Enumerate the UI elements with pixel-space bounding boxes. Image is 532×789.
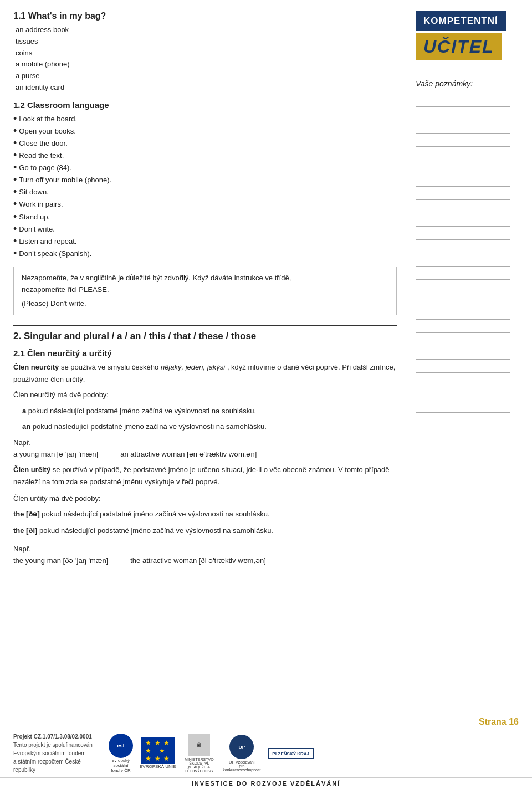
example2-right: the attractive woman [ði ə'træktiv wʊm,ə… [130, 556, 266, 565]
eu-label: EVROPSKÁ UNIE [140, 764, 176, 769]
classroom-item-3: • Close the door. [13, 137, 397, 150]
bag-item-2: tissues [16, 36, 397, 48]
classroom-item-12: • Don't speak (Spanish). [13, 248, 397, 260]
bag-item-4: a mobile (phone) [16, 59, 397, 70]
bullet-dot: • [13, 150, 17, 162]
classroom-item-9: • Stand up. [13, 211, 397, 223]
note-line [416, 281, 510, 293]
logo-kompetentni-box: KOMPETENTNÍ [416, 11, 506, 31]
note-line [416, 214, 510, 227]
note-line [416, 254, 510, 267]
eu-stars: ★ ★ ★★ ★★ ★ ★ [141, 737, 175, 764]
note-line [416, 135, 510, 147]
napr1: Např. [13, 438, 397, 447]
note-line [416, 108, 510, 120]
bullet-dot: • [13, 186, 17, 198]
classroom-item-4: • Read the text. [13, 150, 397, 162]
note-box: Nezapomeňte, že v angličtině je důležité… [13, 267, 397, 315]
bullet-dot: • [13, 162, 17, 174]
classroom-item-5: • Go to page (84). [13, 162, 397, 174]
classroom-section: 1.2 Classroom language • Look at the boa… [13, 100, 397, 260]
plzensky-kraj-logo: PLZEŇSKÝ KRAJ [268, 748, 314, 759]
msmt-logo: 🏛 MINISTERSTVO ŠKOLSTVÍ,MLÁDEŽE A TĚLOVÝ… [182, 734, 216, 773]
classroom-items: • Look at the board. • Open your books. … [13, 113, 397, 260]
example1-right: an attractive woman [ən ə'træktiv wʊm,ən… [120, 450, 257, 458]
bag-item-3: coins [16, 48, 397, 59]
urcity-text1: Člen určitý se používá v případě, že pod… [13, 464, 397, 488]
bullet-dot: • [13, 223, 17, 235]
left-column: 1.1 What's in my bag? an address book ti… [0, 0, 410, 713]
logo-ucitel-box: UČITEL [416, 33, 502, 60]
main-content: 1.1 What's in my bag? an address book ti… [0, 0, 532, 713]
note-line [416, 188, 510, 200]
bag-item-1: an address book [16, 24, 397, 36]
example-row-2: the young man [ðə 'jaŋ 'mæn] the attract… [13, 556, 397, 565]
classroom-item-10: • Don't write. [13, 223, 397, 235]
bag-item-6: an identity card [16, 82, 397, 94]
esf-inner: esf [117, 743, 124, 749]
note-line [416, 201, 510, 213]
note-line [416, 401, 510, 413]
form-a: a pokud následující podstatné jméno začí… [22, 405, 397, 417]
note-line [416, 308, 510, 320]
logo-kompetentni: KOMPETENTNÍ [423, 16, 498, 26]
classroom-item-2: • Open your books. [13, 125, 397, 137]
esf-circle: esf [109, 734, 133, 758]
note-line [416, 374, 510, 386]
classroom-item-6: • Turn off your mobile (phone). [13, 174, 397, 186]
example1-left: a young man [ə 'jaŋ 'mæn] [13, 450, 98, 458]
notes-lines [416, 95, 510, 414]
note-line [416, 148, 510, 160]
note-line-2: nezapomeňte říci PLEASE. [22, 284, 388, 296]
bag-items-list: an address book tissues coins a mobile (… [16, 24, 397, 94]
bag-item-5: a purse [16, 70, 397, 82]
bullet-dot: • [13, 137, 17, 150]
note-line [416, 241, 510, 253]
esf-text: evropskýsociálnífond v ČR [111, 758, 131, 773]
footer-bottom: Projekt CZ.1.07/1.3.08/02.0001 Tento pro… [0, 729, 532, 789]
subsection-title: 2.1 Člen neurčitý a určitý [13, 349, 397, 358]
urcity-forms-label: Člen určitý má dvě podoby: [13, 493, 397, 505]
footer-main-row: Projekt CZ.1.07/1.3.08/02.0001 Tento pro… [0, 729, 532, 777]
op-label: OP Vzdělávánípro konkurenceschopnost [222, 760, 261, 772]
bullet-dot: • [13, 174, 17, 186]
classroom-item-1: • Look at the board. [13, 113, 397, 125]
right-column: KOMPETENTNÍ UČITEL Vaše poznámky: [410, 0, 532, 713]
form-the1: the [ðə] pokud následující podstatné jmé… [13, 508, 397, 520]
example-row-1: a young man [ə 'jaŋ 'mæn] an attractive … [13, 450, 397, 458]
footer-line3: a státním rozpočtem České republiky [13, 757, 102, 774]
note-line [416, 95, 510, 107]
logo-ucitel: UČITEL [423, 37, 494, 57]
note-line [416, 361, 510, 373]
strana-row: Strana 16 [0, 713, 532, 729]
note-line [416, 294, 510, 306]
bullet-dot: • [13, 211, 17, 223]
napr2: Např. [13, 545, 397, 553]
footer-left-text: Projekt CZ.1.07/1.3.08/02.0001 Tento pro… [13, 732, 102, 774]
esf-logo: esf evropskýsociálnífond v ČR [109, 734, 133, 773]
logo-wrapper: KOMPETENTNÍ UČITEL [416, 11, 521, 60]
op-icon: OP [229, 735, 254, 759]
note-line [416, 321, 510, 333]
footer-line2: Evropským sociálním fondem [13, 749, 102, 757]
classroom-item-11: • Listen and repeat. [13, 235, 397, 248]
page: 1.1 What's in my bag? an address book ti… [0, 0, 532, 789]
singular-plural-title: 2. Singular and plural / a / an / this /… [13, 325, 397, 342]
eu-logo: ★ ★ ★★ ★★ ★ ★ EVROPSKÁ UNIE [140, 737, 176, 769]
footer-investice-bar: INVESTICE DO ROZVOJE VZDĚLÁVÁNÍ [0, 777, 532, 789]
vase-poznamky-label: Vaše poznámky: [416, 79, 473, 88]
form-the2: the [ði] pokud následující podstatné jmé… [13, 525, 397, 537]
note-line-3: (Please) Don't write. [22, 298, 388, 310]
bullet-dot: • [13, 198, 17, 211]
bullet-dot: • [13, 235, 17, 248]
note-line [416, 121, 510, 134]
bag-section: 1.1 What's in my bag? an address book ti… [13, 11, 397, 94]
investice-label: INVESTICE DO ROZVOJE VZDĚLÁVÁNÍ [192, 780, 341, 787]
note-line [416, 228, 510, 240]
bullet-dot: • [13, 125, 17, 137]
intro-text: Člen neurčitý se používá ve smyslu české… [13, 361, 397, 386]
note-line [416, 161, 510, 173]
note-line [416, 268, 510, 280]
note-line-1: Nezapomeňte, že v angličtině je důležité… [22, 273, 388, 284]
projekt-label: Projekt CZ.1.07/1.3.08/02.0001 [13, 732, 102, 741]
